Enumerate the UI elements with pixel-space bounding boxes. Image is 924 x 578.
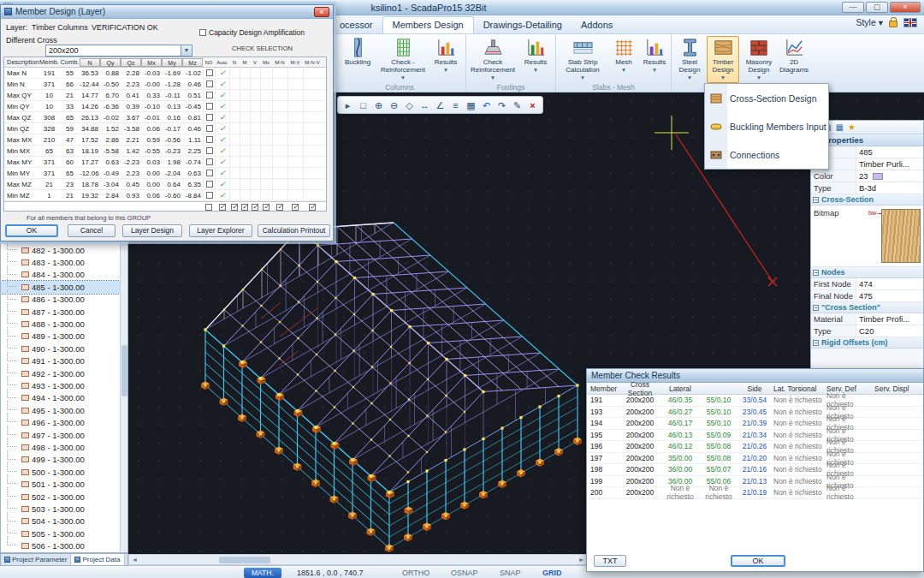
group-checkbox[interactable] [250,201,260,212]
close-button[interactable]: × [890,2,921,13]
no-checkbox-cell[interactable] [203,123,215,134]
cross-section-bitmap[interactable] [881,209,921,263]
result-row[interactable]: 197 200x200 35/0.00 55/0.08 21/0.20 Non … [587,453,923,465]
zoom-in-icon[interactable]: ⊕ [371,98,386,112]
tab-members-design[interactable]: Members Design [382,16,474,33]
collapse-icon[interactable]: − [813,197,819,203]
layer-design-button[interactable]: Layer Design [122,224,182,237]
minimize-button[interactable]: — [842,2,864,13]
no-checkbox-cell[interactable] [203,168,215,179]
force-col-my[interactable]: My [162,58,182,67]
horizontal-scrollbar[interactable]: ◄ ► [128,554,588,565]
tree-member-item[interactable]: 499 - 1-300.00 [1,454,120,466]
result-row[interactable]: 196 200x200 46/0.12 55/0.08 21/0.26 Non … [587,441,923,453]
timber-design-button[interactable]: Timber Design▼ [707,36,739,83]
grid-icon[interactable]: ▦ [464,98,478,112]
footings-check-reinforcement-button[interactable]: Check Reinforcement▼ [469,36,517,83]
no-checkbox-cell[interactable] [203,79,215,90]
zoom-out-icon[interactable]: ⊖ [387,98,401,112]
section-cross-section[interactable]: −Cross-Section [811,194,923,206]
result-row[interactable]: 198 200x200 36/0.00 55/0.07 21/0.16 Non … [587,464,923,476]
tree-member-item[interactable]: 496 - 1-300.00 [1,416,120,428]
cross-section-dropdown[interactable]: 200x200 ▼ [45,45,192,57]
grid-view-icon[interactable]: ▦ [835,122,843,132]
force-col-mx[interactable]: Mx [141,58,162,67]
menu-item-cross-section-design[interactable]: Cross-Section Design [705,84,828,112]
collapse-icon[interactable]: − [813,340,819,346]
tree-member-item[interactable]: 482 - 1-300.00 [1,244,120,256]
no-checkbox-cell[interactable] [203,112,215,123]
collapse-icon[interactable]: − [813,305,819,311]
result-row[interactable]: 194 200x200 46/0.17 55/0.10 21/0.39 Non … [587,418,923,430]
close-tool-icon[interactable]: × [525,98,540,112]
results-ok-button[interactable]: OK [731,555,785,567]
no-checkbox-cell[interactable] [203,90,215,101]
group-checkbox[interactable] [229,201,240,212]
property-row-type[interactable]: TypeB-3d [811,182,923,194]
checkbox[interactable] [199,29,206,36]
menu-item-connections[interactable]: Connections [705,140,828,169]
tree-member-item[interactable]: 501 - 1-300.00 [1,478,120,490]
group-checkbox[interactable] [203,201,215,212]
result-row[interactable]: 191 200x200 46/0.35 55/0.10 33/0.54 Non … [587,395,923,407]
result-row[interactable]: 199 200x200 36/0.00 55/0.06 21/0.13 Non … [587,476,923,488]
scrollbar-thumb[interactable] [121,345,127,396]
tree-member-item[interactable]: 492 - 1-300.00 [1,367,120,379]
dialog-close-button[interactable]: × [314,7,329,17]
tree-member-item[interactable]: 506 - 1-300.00 [1,539,120,551]
tree-member-item[interactable]: 485 - 1-300.00 [1,281,120,293]
tree-member-item[interactable]: 493 - 1-300.00 [1,379,120,391]
zoom-extents-icon[interactable]: ◇ [402,98,417,112]
steel-design-button[interactable]: Steel Design▼ [673,36,706,83]
measure-angle-icon[interactable]: ∠ [433,98,447,112]
section-nodes[interactable]: −Nodes [811,267,923,278]
tree-member-item[interactable]: 500 - 1-300.00 [1,466,120,478]
collapse-icon[interactable]: − [813,270,819,276]
select-icon[interactable]: ▸ [341,98,355,112]
tree-member-item[interactable]: 497 - 1-300.00 [1,429,120,441]
tree-member-item[interactable]: 487 - 1-300.00 [1,306,120,318]
tab-processor[interactable]: ocessor [330,17,382,33]
zoom-window-icon[interactable]: □ [356,98,370,112]
design-force-row[interactable]: Max QY 10 21 14.77 6.70 0.41 0.33 -0.11 … [4,90,326,101]
tree-member-item[interactable]: 495 - 1-300.00 [1,404,120,416]
tree-vertical-scrollbar[interactable] [120,242,127,552]
scroll-left-arrow[interactable]: ◄ [129,557,138,563]
result-row[interactable]: 195 200x200 46/0.13 55/0.09 21/0.34 Non … [587,430,923,442]
property-row-material[interactable]: MaterialTimber Profi... [811,313,923,325]
tab-project-parameter[interactable]: Project Parameter [1,554,71,565]
dialog-titlebar[interactable]: Member Design (Layer) × [1,5,333,19]
group-checkbox[interactable] [260,201,272,212]
force-col-mz[interactable]: Mz [182,58,203,67]
osnap-toggle[interactable]: OSNAP [451,569,478,577]
design-force-row[interactable]: Max QZ 308 65 26.13 -0.02 3.67 -0.01 0.1… [4,112,326,123]
tree-member-item[interactable]: 484 - 1-300.00 [1,269,120,281]
group-checkbox[interactable] [303,201,322,212]
design-force-row[interactable]: Max MX 210 47 17.52 2.86 2.21 0.59 -0.56… [4,134,326,146]
pencil-icon[interactable]: ✎ [510,98,524,112]
group-checkbox[interactable] [272,201,287,212]
layer-explorer-button[interactable]: Layer Explorer [189,224,252,237]
tree-member-item[interactable]: 503 - 1-300.00 [1,503,120,515]
calculation-printout-button[interactable]: Calculation Printout [258,224,330,237]
tree-member-item[interactable]: 490 - 1-300.00 [1,343,120,355]
undo-icon[interactable]: ↶ [479,98,494,112]
group-checkbox[interactable] [287,201,303,212]
slab-strip-calculation-button[interactable]: Slab Strip Calculation▼ [559,36,607,83]
design-force-row[interactable]: Max MZ 21 23 18.78 -3.04 0.45 0.00 0.64 … [4,179,326,190]
no-checkbox-cell[interactable] [203,101,215,112]
tree-member-item[interactable]: 488 - 1-300.00 [1,318,120,330]
force-col-qy[interactable]: Qy [100,58,121,67]
tree-member-item[interactable]: 504 - 1-300.00 [1,515,120,527]
group-checkbox[interactable] [240,201,250,212]
columns-check-reinforcement-button[interactable]: Check - Reinforcement▼ [382,36,424,83]
no-checkbox-cell[interactable] [203,157,215,168]
tree-member-item[interactable]: 483 - 1-300.00 [1,256,120,268]
masonry-design-button[interactable]: Masonry Design▼ [740,36,778,83]
dialog-ok-button[interactable]: OK [5,224,58,237]
favorites-icon[interactable]: ★ [848,122,856,132]
section-rigid-offsets[interactable]: −Rigid Offsets (cm) [811,337,923,349]
no-checkbox-cell[interactable] [203,134,215,146]
result-row[interactable]: 193 200x200 46/0.27 55/0.10 23/0.45 Non … [587,407,923,419]
grid-toggle[interactable]: GRID [542,569,562,577]
